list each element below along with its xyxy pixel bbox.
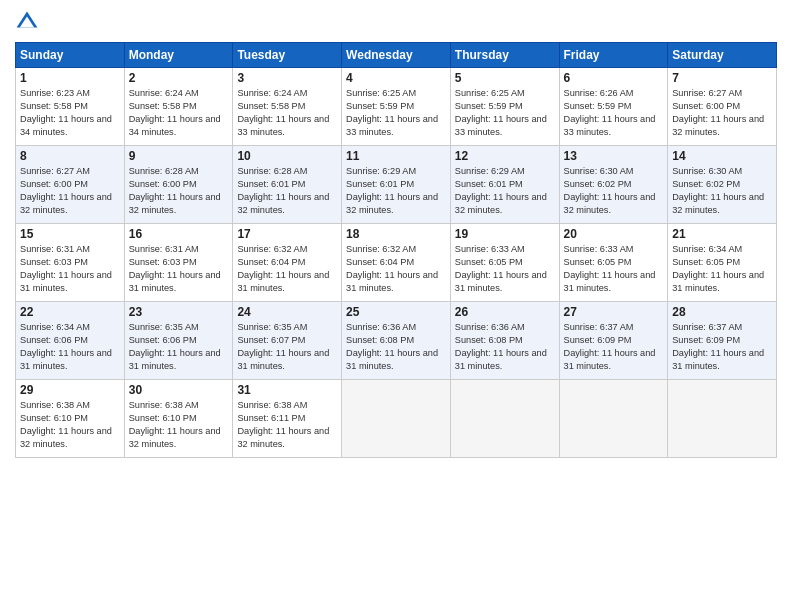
day-number: 11 <box>346 149 446 163</box>
day-number: 27 <box>564 305 664 319</box>
day-info: Sunrise: 6:25 AMSunset: 5:59 PMDaylight:… <box>455 87 555 139</box>
daylight-label: Daylight: 11 hours and 31 minutes. <box>672 270 764 293</box>
day-info: Sunrise: 6:29 AMSunset: 6:01 PMDaylight:… <box>346 165 446 217</box>
day-cell: 22Sunrise: 6:34 AMSunset: 6:06 PMDayligh… <box>16 302 125 380</box>
daylight-label: Daylight: 11 hours and 32 minutes. <box>20 426 112 449</box>
day-number: 8 <box>20 149 120 163</box>
daylight-label: Daylight: 11 hours and 31 minutes. <box>455 270 547 293</box>
day-info: Sunrise: 6:34 AMSunset: 6:06 PMDaylight:… <box>20 321 120 373</box>
day-info: Sunrise: 6:28 AMSunset: 6:01 PMDaylight:… <box>237 165 337 217</box>
day-cell: 29Sunrise: 6:38 AMSunset: 6:10 PMDayligh… <box>16 380 125 458</box>
day-cell <box>342 380 451 458</box>
day-info: Sunrise: 6:30 AMSunset: 6:02 PMDaylight:… <box>564 165 664 217</box>
day-number: 31 <box>237 383 337 397</box>
daylight-label: Daylight: 11 hours and 33 minutes. <box>564 114 656 137</box>
weekday-tuesday: Tuesday <box>233 43 342 68</box>
weekday-thursday: Thursday <box>450 43 559 68</box>
sunset-label: Sunset: 6:10 PM <box>129 413 197 423</box>
day-number: 22 <box>20 305 120 319</box>
sunset-label: Sunset: 6:04 PM <box>237 257 305 267</box>
sunrise-label: Sunrise: 6:37 AM <box>672 322 742 332</box>
day-info: Sunrise: 6:31 AMSunset: 6:03 PMDaylight:… <box>20 243 120 295</box>
day-cell: 6Sunrise: 6:26 AMSunset: 5:59 PMDaylight… <box>559 68 668 146</box>
daylight-label: Daylight: 11 hours and 32 minutes. <box>20 192 112 215</box>
logo-icon <box>15 10 39 34</box>
day-cell: 28Sunrise: 6:37 AMSunset: 6:09 PMDayligh… <box>668 302 777 380</box>
sunrise-label: Sunrise: 6:28 AM <box>129 166 199 176</box>
day-info: Sunrise: 6:32 AMSunset: 6:04 PMDaylight:… <box>237 243 337 295</box>
sunset-label: Sunset: 6:03 PM <box>20 257 88 267</box>
sunset-label: Sunset: 5:58 PM <box>20 101 88 111</box>
day-number: 3 <box>237 71 337 85</box>
sunset-label: Sunset: 6:05 PM <box>672 257 740 267</box>
day-info: Sunrise: 6:37 AMSunset: 6:09 PMDaylight:… <box>564 321 664 373</box>
daylight-label: Daylight: 11 hours and 31 minutes. <box>672 348 764 371</box>
day-cell: 13Sunrise: 6:30 AMSunset: 6:02 PMDayligh… <box>559 146 668 224</box>
weekday-saturday: Saturday <box>668 43 777 68</box>
daylight-label: Daylight: 11 hours and 31 minutes. <box>237 348 329 371</box>
sunrise-label: Sunrise: 6:35 AM <box>129 322 199 332</box>
sunset-label: Sunset: 6:02 PM <box>564 179 632 189</box>
sunrise-label: Sunrise: 6:38 AM <box>129 400 199 410</box>
day-cell: 15Sunrise: 6:31 AMSunset: 6:03 PMDayligh… <box>16 224 125 302</box>
day-cell: 9Sunrise: 6:28 AMSunset: 6:00 PMDaylight… <box>124 146 233 224</box>
day-cell: 19Sunrise: 6:33 AMSunset: 6:05 PMDayligh… <box>450 224 559 302</box>
day-info: Sunrise: 6:26 AMSunset: 5:59 PMDaylight:… <box>564 87 664 139</box>
day-cell: 4Sunrise: 6:25 AMSunset: 5:59 PMDaylight… <box>342 68 451 146</box>
day-number: 30 <box>129 383 229 397</box>
daylight-label: Daylight: 11 hours and 33 minutes. <box>346 114 438 137</box>
sunrise-label: Sunrise: 6:27 AM <box>20 166 90 176</box>
sunrise-label: Sunrise: 6:32 AM <box>346 244 416 254</box>
daylight-label: Daylight: 11 hours and 32 minutes. <box>129 426 221 449</box>
sunrise-label: Sunrise: 6:33 AM <box>455 244 525 254</box>
day-info: Sunrise: 6:38 AMSunset: 6:10 PMDaylight:… <box>129 399 229 451</box>
day-number: 19 <box>455 227 555 241</box>
day-number: 1 <box>20 71 120 85</box>
sunset-label: Sunset: 6:00 PM <box>20 179 88 189</box>
day-cell: 18Sunrise: 6:32 AMSunset: 6:04 PMDayligh… <box>342 224 451 302</box>
daylight-label: Daylight: 11 hours and 32 minutes. <box>455 192 547 215</box>
day-info: Sunrise: 6:33 AMSunset: 6:05 PMDaylight:… <box>455 243 555 295</box>
sunset-label: Sunset: 5:59 PM <box>346 101 414 111</box>
sunrise-label: Sunrise: 6:29 AM <box>346 166 416 176</box>
weekday-monday: Monday <box>124 43 233 68</box>
sunset-label: Sunset: 6:06 PM <box>129 335 197 345</box>
sunset-label: Sunset: 6:09 PM <box>564 335 632 345</box>
day-info: Sunrise: 6:35 AMSunset: 6:07 PMDaylight:… <box>237 321 337 373</box>
sunrise-label: Sunrise: 6:24 AM <box>237 88 307 98</box>
sunrise-label: Sunrise: 6:35 AM <box>237 322 307 332</box>
sunrise-label: Sunrise: 6:31 AM <box>129 244 199 254</box>
day-cell <box>559 380 668 458</box>
daylight-label: Daylight: 11 hours and 32 minutes. <box>237 426 329 449</box>
week-row-2: 8Sunrise: 6:27 AMSunset: 6:00 PMDaylight… <box>16 146 777 224</box>
sunrise-label: Sunrise: 6:23 AM <box>20 88 90 98</box>
weekday-sunday: Sunday <box>16 43 125 68</box>
day-number: 2 <box>129 71 229 85</box>
weekday-friday: Friday <box>559 43 668 68</box>
daylight-label: Daylight: 11 hours and 31 minutes. <box>129 270 221 293</box>
sunset-label: Sunset: 6:08 PM <box>346 335 414 345</box>
daylight-label: Daylight: 11 hours and 31 minutes. <box>564 270 656 293</box>
sunrise-label: Sunrise: 6:29 AM <box>455 166 525 176</box>
sunrise-label: Sunrise: 6:30 AM <box>564 166 634 176</box>
sunset-label: Sunset: 6:02 PM <box>672 179 740 189</box>
daylight-label: Daylight: 11 hours and 31 minutes. <box>455 348 547 371</box>
day-info: Sunrise: 6:27 AMSunset: 6:00 PMDaylight:… <box>20 165 120 217</box>
day-cell: 23Sunrise: 6:35 AMSunset: 6:06 PMDayligh… <box>124 302 233 380</box>
sunrise-label: Sunrise: 6:38 AM <box>237 400 307 410</box>
day-info: Sunrise: 6:25 AMSunset: 5:59 PMDaylight:… <box>346 87 446 139</box>
week-row-1: 1Sunrise: 6:23 AMSunset: 5:58 PMDaylight… <box>16 68 777 146</box>
sunset-label: Sunset: 6:01 PM <box>237 179 305 189</box>
day-info: Sunrise: 6:30 AMSunset: 6:02 PMDaylight:… <box>672 165 772 217</box>
sunrise-label: Sunrise: 6:33 AM <box>564 244 634 254</box>
page: SundayMondayTuesdayWednesdayThursdayFrid… <box>0 0 792 612</box>
daylight-label: Daylight: 11 hours and 32 minutes. <box>346 192 438 215</box>
daylight-label: Daylight: 11 hours and 33 minutes. <box>455 114 547 137</box>
sunset-label: Sunset: 6:07 PM <box>237 335 305 345</box>
day-number: 25 <box>346 305 446 319</box>
sunrise-label: Sunrise: 6:31 AM <box>20 244 90 254</box>
day-info: Sunrise: 6:23 AMSunset: 5:58 PMDaylight:… <box>20 87 120 139</box>
day-number: 21 <box>672 227 772 241</box>
day-cell: 30Sunrise: 6:38 AMSunset: 6:10 PMDayligh… <box>124 380 233 458</box>
daylight-label: Daylight: 11 hours and 31 minutes. <box>20 348 112 371</box>
